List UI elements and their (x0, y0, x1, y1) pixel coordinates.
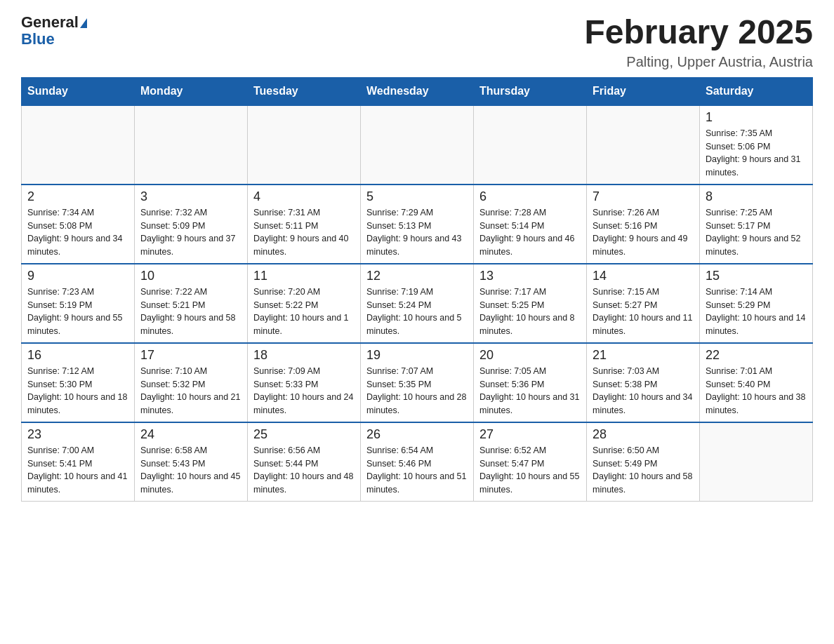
day-number: 7 (593, 189, 694, 204)
logo-triangle-icon (80, 18, 87, 28)
day-number: 8 (706, 189, 807, 204)
page-title: February 2025 (584, 14, 813, 51)
day-info: Sunrise: 7:25 AMSunset: 5:17 PMDaylight:… (706, 206, 807, 259)
day-info: Sunrise: 7:03 AMSunset: 5:38 PMDaylight:… (593, 365, 694, 417)
day-number: 15 (706, 269, 807, 283)
calendar-cell: 20Sunrise: 7:05 AMSunset: 5:36 PMDayligh… (474, 343, 587, 422)
day-info: Sunrise: 7:34 AMSunset: 5:08 PMDaylight:… (27, 206, 128, 259)
calendar-cell: 2Sunrise: 7:34 AMSunset: 5:08 PMDaylight… (22, 185, 135, 264)
calendar-cell (587, 105, 700, 185)
calendar-cell: 14Sunrise: 7:15 AMSunset: 5:27 PMDayligh… (587, 264, 700, 343)
calendar-cell: 10Sunrise: 7:22 AMSunset: 5:21 PMDayligh… (135, 264, 248, 343)
day-number: 6 (479, 189, 581, 204)
day-number: 5 (366, 189, 468, 204)
title-block: February 2025 Palting, Upper Austria, Au… (584, 14, 813, 70)
weekday-header-row: SundayMondayTuesdayWednesdayThursdayFrid… (22, 77, 813, 105)
day-number: 17 (140, 348, 241, 363)
day-info: Sunrise: 7:14 AMSunset: 5:29 PMDaylight:… (706, 286, 807, 338)
day-info: Sunrise: 6:54 AMSunset: 5:46 PMDaylight:… (366, 444, 468, 497)
day-info: Sunrise: 7:22 AMSunset: 5:21 PMDaylight:… (140, 286, 241, 338)
calendar-week-2: 2Sunrise: 7:34 AMSunset: 5:08 PMDaylight… (22, 185, 813, 264)
calendar-cell: 15Sunrise: 7:14 AMSunset: 5:29 PMDayligh… (700, 264, 813, 343)
page-subtitle: Palting, Upper Austria, Austria (584, 54, 813, 70)
calendar-cell (474, 105, 587, 185)
day-number: 4 (253, 189, 355, 204)
weekday-header-friday: Friday (587, 77, 700, 105)
day-number: 19 (366, 348, 468, 363)
calendar-table: SundayMondayTuesdayWednesdayThursdayFrid… (21, 77, 813, 502)
calendar-header: SundayMondayTuesdayWednesdayThursdayFrid… (22, 77, 813, 105)
day-info: Sunrise: 6:50 AMSunset: 5:49 PMDaylight:… (593, 444, 694, 497)
day-number: 21 (593, 348, 694, 363)
calendar-cell: 19Sunrise: 7:07 AMSunset: 5:35 PMDayligh… (361, 343, 474, 422)
day-number: 22 (706, 348, 807, 363)
day-info: Sunrise: 6:56 AMSunset: 5:44 PMDaylight:… (253, 444, 355, 497)
calendar-cell: 6Sunrise: 7:28 AMSunset: 5:14 PMDaylight… (474, 185, 587, 264)
day-info: Sunrise: 7:01 AMSunset: 5:40 PMDaylight:… (706, 365, 807, 417)
day-number: 14 (593, 269, 694, 283)
calendar-cell: 13Sunrise: 7:17 AMSunset: 5:25 PMDayligh… (474, 264, 587, 343)
calendar-body: 1Sunrise: 7:35 AMSunset: 5:06 PMDaylight… (22, 105, 813, 502)
day-info: Sunrise: 7:26 AMSunset: 5:16 PMDaylight:… (593, 206, 694, 259)
day-number: 9 (27, 269, 128, 283)
calendar-cell: 4Sunrise: 7:31 AMSunset: 5:11 PMDaylight… (248, 185, 361, 264)
day-info: Sunrise: 6:52 AMSunset: 5:47 PMDaylight:… (479, 444, 581, 497)
day-info: Sunrise: 7:09 AMSunset: 5:33 PMDaylight:… (253, 365, 355, 417)
calendar-cell: 22Sunrise: 7:01 AMSunset: 5:40 PMDayligh… (700, 343, 813, 422)
calendar-cell: 28Sunrise: 6:50 AMSunset: 5:49 PMDayligh… (587, 422, 700, 502)
day-info: Sunrise: 7:17 AMSunset: 5:25 PMDaylight:… (479, 286, 581, 338)
day-info: Sunrise: 7:15 AMSunset: 5:27 PMDaylight:… (593, 286, 694, 338)
calendar-cell (361, 105, 474, 185)
day-number: 3 (140, 189, 241, 204)
day-number: 24 (140, 427, 241, 442)
day-number: 25 (253, 427, 355, 442)
calendar-cell: 24Sunrise: 6:58 AMSunset: 5:43 PMDayligh… (135, 422, 248, 502)
weekday-header-tuesday: Tuesday (248, 77, 361, 105)
day-info: Sunrise: 7:31 AMSunset: 5:11 PMDaylight:… (253, 206, 355, 259)
day-info: Sunrise: 7:29 AMSunset: 5:13 PMDaylight:… (366, 206, 468, 259)
calendar-cell (248, 105, 361, 185)
weekday-header-monday: Monday (135, 77, 248, 105)
logo-general-text: General (21, 13, 79, 31)
day-number: 20 (479, 348, 581, 363)
day-info: Sunrise: 7:35 AMSunset: 5:06 PMDaylight:… (706, 127, 807, 180)
logo-blue-text: Blue (21, 30, 55, 48)
day-number: 18 (253, 348, 355, 363)
day-number: 12 (366, 269, 468, 283)
day-info: Sunrise: 7:00 AMSunset: 5:41 PMDaylight:… (27, 444, 128, 497)
calendar-cell (135, 105, 248, 185)
calendar-week-5: 23Sunrise: 7:00 AMSunset: 5:41 PMDayligh… (22, 422, 813, 502)
calendar-cell: 21Sunrise: 7:03 AMSunset: 5:38 PMDayligh… (587, 343, 700, 422)
day-info: Sunrise: 7:07 AMSunset: 5:35 PMDaylight:… (366, 365, 468, 417)
calendar-week-1: 1Sunrise: 7:35 AMSunset: 5:06 PMDaylight… (22, 105, 813, 185)
weekday-header-wednesday: Wednesday (361, 77, 474, 105)
day-info: Sunrise: 7:12 AMSunset: 5:30 PMDaylight:… (27, 365, 128, 417)
calendar-cell: 26Sunrise: 6:54 AMSunset: 5:46 PMDayligh… (361, 422, 474, 502)
day-info: Sunrise: 6:58 AMSunset: 5:43 PMDaylight:… (140, 444, 241, 497)
calendar-cell: 25Sunrise: 6:56 AMSunset: 5:44 PMDayligh… (248, 422, 361, 502)
calendar-cell: 23Sunrise: 7:00 AMSunset: 5:41 PMDayligh… (22, 422, 135, 502)
calendar-cell: 9Sunrise: 7:23 AMSunset: 5:19 PMDaylight… (22, 264, 135, 343)
day-number: 10 (140, 269, 241, 283)
weekday-header-thursday: Thursday (474, 77, 587, 105)
calendar-cell: 12Sunrise: 7:19 AMSunset: 5:24 PMDayligh… (361, 264, 474, 343)
weekday-header-sunday: Sunday (22, 77, 135, 105)
day-info: Sunrise: 7:32 AMSunset: 5:09 PMDaylight:… (140, 206, 241, 259)
calendar-cell: 18Sunrise: 7:09 AMSunset: 5:33 PMDayligh… (248, 343, 361, 422)
calendar-cell: 1Sunrise: 7:35 AMSunset: 5:06 PMDaylight… (700, 105, 813, 185)
day-number: 11 (253, 269, 355, 283)
day-number: 16 (27, 348, 128, 363)
calendar-week-4: 16Sunrise: 7:12 AMSunset: 5:30 PMDayligh… (22, 343, 813, 422)
day-number: 23 (27, 427, 128, 442)
day-number: 2 (27, 189, 128, 204)
day-info: Sunrise: 7:19 AMSunset: 5:24 PMDaylight:… (366, 286, 468, 338)
calendar-cell: 8Sunrise: 7:25 AMSunset: 5:17 PMDaylight… (700, 185, 813, 264)
calendar-cell: 16Sunrise: 7:12 AMSunset: 5:30 PMDayligh… (22, 343, 135, 422)
day-info: Sunrise: 7:28 AMSunset: 5:14 PMDaylight:… (479, 206, 581, 259)
calendar-cell: 7Sunrise: 7:26 AMSunset: 5:16 PMDaylight… (587, 185, 700, 264)
calendar-cell: 17Sunrise: 7:10 AMSunset: 5:32 PMDayligh… (135, 343, 248, 422)
calendar-cell: 5Sunrise: 7:29 AMSunset: 5:13 PMDaylight… (361, 185, 474, 264)
day-number: 26 (366, 427, 468, 442)
day-info: Sunrise: 7:23 AMSunset: 5:19 PMDaylight:… (27, 286, 128, 338)
calendar-cell (700, 422, 813, 502)
